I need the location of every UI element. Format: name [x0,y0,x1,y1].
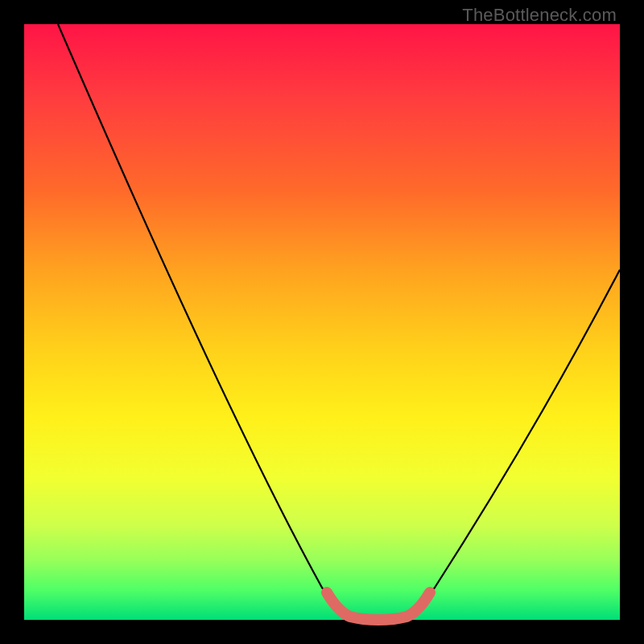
chart-svg [24,24,620,620]
watermark-text: TheBottleneck.com [462,5,617,26]
plot-area [24,24,620,620]
bottleneck-curve [58,24,620,620]
optimal-region-highlight [327,592,430,620]
chart-frame: TheBottleneck.com [0,0,644,644]
